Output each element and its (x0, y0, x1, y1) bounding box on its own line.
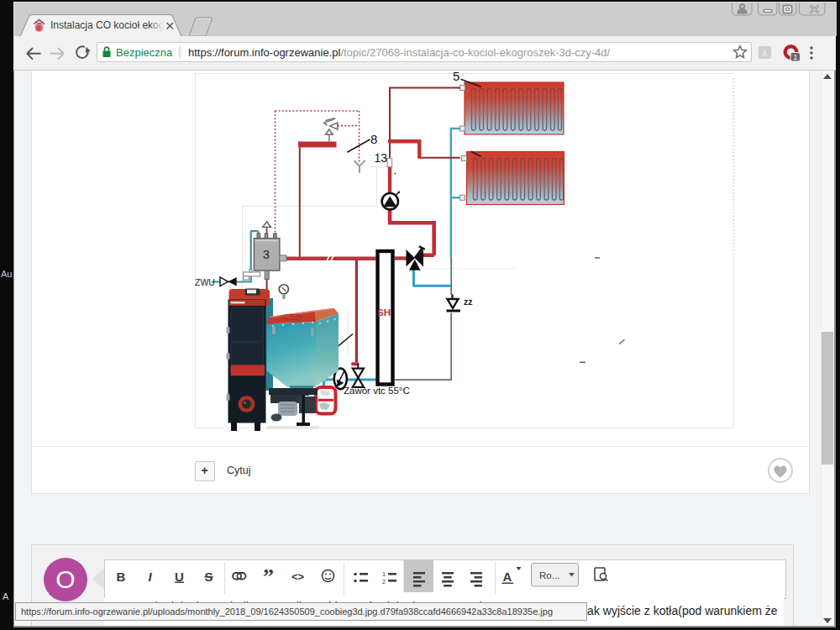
svg-text:U: U (175, 569, 184, 583)
svg-text:I: I (148, 569, 152, 583)
svg-text:2: 2 (382, 578, 386, 585)
svg-text:A: A (502, 569, 512, 583)
svg-text:1: 1 (382, 570, 386, 578)
svg-text:ZWU: ZWU (195, 277, 215, 287)
svg-text:”: ” (263, 564, 274, 589)
svg-text:Zawór vtc 55°C: Zawór vtc 55°C (344, 386, 410, 396)
svg-text:13: 13 (375, 151, 388, 165)
svg-text:Ro...: Ro... (539, 570, 559, 580)
svg-text:S: S (204, 569, 213, 583)
svg-text:B: B (116, 569, 125, 583)
svg-text:5: 5 (453, 71, 459, 83)
svg-text:zz: zz (464, 297, 473, 307)
svg-text:8: 8 (370, 132, 377, 146)
svg-text:<>: <> (291, 570, 304, 582)
svg-text:SH: SH (377, 307, 391, 318)
svg-text:1: 1 (793, 53, 797, 61)
svg-text:3: 3 (263, 248, 270, 261)
